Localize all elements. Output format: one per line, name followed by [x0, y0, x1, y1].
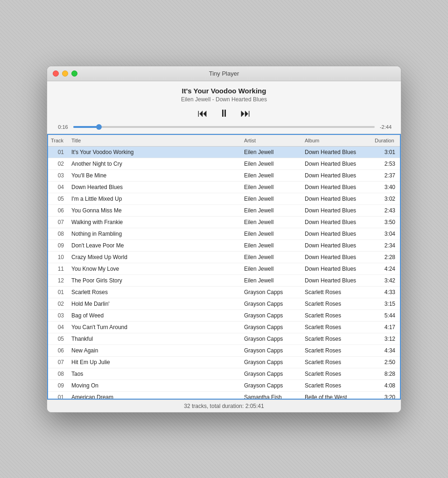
cell-track: 04	[48, 323, 69, 332]
cell-track: 05	[48, 334, 69, 344]
cell-artist: Grayson Capps	[241, 288, 302, 297]
cell-artist: Eilen Jewell	[241, 253, 302, 262]
prev-button[interactable]: ⏮	[197, 108, 208, 119]
cell-album: Scarlett Roses	[302, 346, 372, 355]
cell-artist: Samantha Fish	[241, 393, 302, 399]
cell-album: Down Hearted Blues	[302, 218, 372, 227]
table-row[interactable]: 01 It's Your Voodoo Working Eilen Jewell…	[48, 147, 400, 158]
minimize-button[interactable]	[62, 70, 68, 77]
cell-artist: Grayson Capps	[241, 311, 302, 320]
table-row[interactable]: 09 Don't Leave Poor Me Eilen Jewell Down…	[48, 240, 400, 252]
table-row[interactable]: 10 Crazy Mixed Up World Eilen Jewell Dow…	[48, 252, 400, 263]
traffic-lights	[53, 70, 77, 77]
cell-artist: Grayson Capps	[241, 346, 302, 355]
cell-album: Down Hearted Blues	[302, 253, 372, 262]
main-window: Tiny Player It's Your Voodoo Working Eil…	[47, 66, 401, 413]
cell-artist: Eilen Jewell	[241, 276, 302, 285]
cell-duration: 4:24	[372, 264, 400, 274]
cell-album: Scarlett Roses	[302, 369, 372, 379]
cell-track: 09	[48, 381, 69, 390]
cell-duration: 3:15	[372, 299, 400, 309]
progress-fill	[73, 126, 99, 128]
cell-album: Down Hearted Blues	[302, 206, 372, 215]
cell-duration: 4:34	[372, 346, 400, 355]
cell-track: 01	[48, 393, 69, 399]
cell-duration: 4:17	[372, 323, 400, 332]
pause-button[interactable]: ⏸	[219, 108, 229, 119]
cell-duration: 3:12	[372, 334, 400, 344]
cell-album: Down Hearted Blues	[302, 229, 372, 239]
close-button[interactable]	[53, 70, 59, 77]
cell-duration: 2:50	[372, 358, 400, 367]
cell-artist: Grayson Capps	[241, 334, 302, 344]
next-button[interactable]: ⏭	[240, 108, 251, 119]
table-row[interactable]: 02 Another Night to Cry Eilen Jewell Dow…	[48, 158, 400, 170]
maximize-button[interactable]	[71, 70, 77, 77]
table-row[interactable]: 07 Walking with Frankie Eilen Jewell Dow…	[48, 217, 400, 228]
table-row[interactable]: 01 American Dream Samantha Fish Belle of…	[48, 392, 400, 399]
cell-duration: 8:28	[372, 369, 400, 379]
table-row[interactable]: 03 You'll Be Mine Eilen Jewell Down Hear…	[48, 170, 400, 182]
cell-title: Bag of Weed	[69, 311, 241, 320]
cell-track: 03	[48, 171, 69, 180]
status-text: 32 tracks, total duration: 2:05:41	[184, 403, 264, 409]
cell-duration: 3:01	[372, 148, 400, 157]
cell-title: Walking with Frankie	[69, 218, 241, 227]
cell-duration: 2:28	[372, 253, 400, 262]
cell-duration: 3:04	[372, 229, 400, 239]
cell-artist: Eilen Jewell	[241, 171, 302, 180]
cell-album: Scarlett Roses	[302, 311, 372, 320]
cell-artist: Eilen Jewell	[241, 183, 302, 192]
table-row[interactable]: 02 Hold Me Darlin' Grayson Capps Scarlet…	[48, 298, 400, 310]
table-row[interactable]: 08 Taos Grayson Capps Scarlett Roses 8:2…	[48, 368, 400, 380]
table-row[interactable]: 04 Down Hearted Blues Eilen Jewell Down …	[48, 182, 400, 193]
cell-album: Down Hearted Blues	[302, 159, 372, 169]
header-duration: Duration	[372, 137, 400, 144]
cell-title: Scarlett Roses	[69, 288, 241, 297]
cell-artist: Grayson Capps	[241, 381, 302, 390]
cell-title: Thankful	[69, 334, 241, 344]
cell-album: Belle of the West	[302, 393, 372, 399]
header-artist: Artist	[241, 137, 302, 144]
status-bar: 32 tracks, total duration: 2:05:41	[47, 400, 401, 412]
table-row[interactable]: 09 Moving On Grayson Capps Scarlett Rose…	[48, 380, 400, 392]
cell-duration: 3:40	[372, 183, 400, 192]
progress-row: 0:16 -2:44	[55, 124, 393, 130]
table-row[interactable]: 05 I'm a Little Mixed Up Eilen Jewell Do…	[48, 193, 400, 205]
cell-track: 11	[48, 264, 69, 274]
cell-title: Another Night to Cry	[69, 159, 241, 169]
table-row[interactable]: 06 You Gonna Miss Me Eilen Jewell Down H…	[48, 205, 400, 217]
cell-track: 06	[48, 346, 69, 355]
cell-artist: Eilen Jewell	[241, 194, 302, 204]
cell-title: Hold Me Darlin'	[69, 299, 241, 309]
progress-handle[interactable]	[96, 124, 102, 130]
playlist-body: 01 It's Your Voodoo Working Eilen Jewell…	[48, 147, 400, 399]
playback-controls: ⏮ ⏸ ⏭	[55, 108, 393, 119]
cell-track: 02	[48, 159, 69, 169]
cell-duration: 5:44	[372, 311, 400, 320]
table-row[interactable]: 01 Scarlett Roses Grayson Capps Scarlett…	[48, 287, 400, 298]
table-row[interactable]: 11 You Know My Love Eilen Jewell Down He…	[48, 263, 400, 275]
table-row[interactable]: 07 Hit Em Up Julie Grayson Capps Scarlet…	[48, 357, 400, 368]
cell-track: 03	[48, 311, 69, 320]
cell-duration: 4:08	[372, 381, 400, 390]
cell-duration: 3:42	[372, 276, 400, 285]
table-row[interactable]: 12 The Poor Girls Story Eilen Jewell Dow…	[48, 275, 400, 287]
table-row[interactable]: 03 Bag of Weed Grayson Capps Scarlett Ro…	[48, 310, 400, 322]
progress-bar[interactable]	[73, 126, 375, 128]
cell-title: Taos	[69, 369, 241, 379]
table-row[interactable]: 08 Nothing in Rambling Eilen Jewell Down…	[48, 228, 400, 240]
header-album: Album	[302, 137, 372, 144]
table-row[interactable]: 06 New Again Grayson Capps Scarlett Rose…	[48, 345, 400, 357]
cell-title: I'm a Little Mixed Up	[69, 194, 241, 204]
cell-album: Down Hearted Blues	[302, 276, 372, 285]
table-row[interactable]: 04 You Can't Turn Around Grayson Capps S…	[48, 322, 400, 333]
header-title: Title	[69, 137, 241, 144]
cell-title: Hit Em Up Julie	[69, 358, 241, 367]
cell-title: You Gonna Miss Me	[69, 206, 241, 215]
table-row[interactable]: 05 Thankful Grayson Capps Scarlett Roses…	[48, 333, 400, 345]
cell-album: Down Hearted Blues	[302, 194, 372, 204]
cell-track: 05	[48, 194, 69, 204]
playlist-header: Track Title Artist Album Duration	[48, 135, 400, 147]
cell-track: 07	[48, 218, 69, 227]
